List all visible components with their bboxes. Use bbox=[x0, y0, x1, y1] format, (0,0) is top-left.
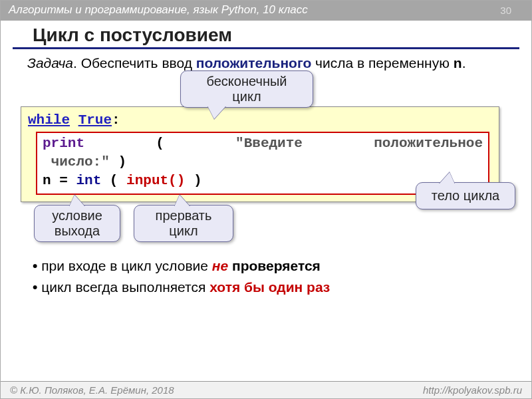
fn-input: input() bbox=[126, 173, 185, 188]
fn-int: int bbox=[76, 173, 101, 188]
slide-title: Цикл с постусловием bbox=[13, 21, 519, 49]
code-line-2: print ( "Введите положительное bbox=[43, 134, 483, 153]
callout-tail-icon bbox=[174, 195, 190, 207]
footer-url: http://kpolyakov.spb.ru bbox=[423, 384, 522, 396]
task-label: Задача bbox=[27, 55, 73, 70]
slide-footer: © К.Ю. Поляков, Е.А. Ерёмин, 2018 http:/… bbox=[1, 381, 531, 398]
kw-true: True bbox=[78, 112, 112, 128]
code-line-2b: число:" ) bbox=[43, 153, 483, 172]
bullet-list: при входе в цикл условие не проверяется … bbox=[1, 258, 531, 295]
code-line-1: while True: bbox=[28, 111, 492, 130]
kw-while: while bbox=[28, 112, 70, 128]
course-title: Алгоритмы и программирование, язык Pytho… bbox=[9, 3, 308, 17]
bullet-2-em: хотя бы один раз bbox=[209, 279, 330, 295]
footer-authors: © К.Ю. Поляков, Е.А. Ерёмин, 2018 bbox=[10, 384, 174, 396]
callout-infinite-loop: бесконечный цикл bbox=[180, 70, 313, 108]
task-var: n bbox=[454, 55, 462, 70]
callout-break: прервать цикл bbox=[134, 205, 233, 242]
var-n: n bbox=[43, 173, 51, 188]
callout-exit-condition: условие выхода bbox=[34, 205, 120, 242]
task-text: Задача. Обеспечить ввод положительного ч… bbox=[1, 55, 531, 72]
callout-tail-icon bbox=[69, 195, 85, 207]
code-stage: while True: print ( "Введите положительн… bbox=[1, 74, 531, 254]
callout-tail-icon bbox=[439, 172, 455, 184]
fn-print: print bbox=[43, 134, 84, 153]
callout-tail-icon bbox=[207, 106, 226, 119]
bullet-1: при входе в цикл условие не проверяется bbox=[33, 258, 505, 274]
bullet-2: цикл всегда выполняется хотя бы один раз bbox=[33, 279, 505, 295]
slide-header: Алгоритмы и программирование, язык Pytho… bbox=[1, 1, 531, 21]
task-keyword: положительного bbox=[196, 55, 311, 70]
bullet-1-em: не bbox=[212, 258, 228, 273]
page-number: 30 bbox=[500, 5, 511, 16]
callout-loop-body: тело цикла bbox=[416, 182, 515, 209]
